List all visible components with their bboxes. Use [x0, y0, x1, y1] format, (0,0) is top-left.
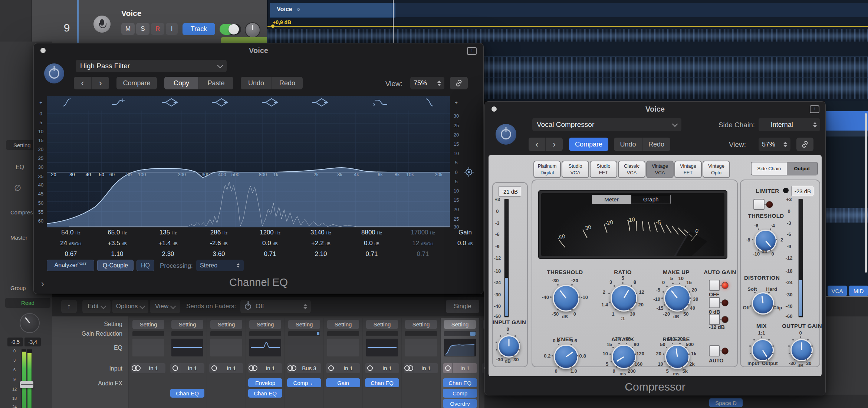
view-menu[interactable]: View [150, 300, 180, 313]
channel-input[interactable]: In 1 [443, 363, 477, 373]
plugin-power-button[interactable] [44, 63, 64, 83]
inspector-eq-label[interactable]: EQ [16, 164, 24, 171]
threshold-knob[interactable] [553, 285, 579, 312]
q-couple-button[interactable]: Q-Couple [97, 260, 134, 271]
makeup-knob[interactable] [664, 285, 691, 312]
open-separate-window-icon[interactable]: ↑ [810, 105, 819, 113]
channel-input[interactable]: In 1 [131, 363, 165, 373]
link-button[interactable] [450, 77, 468, 89]
audio-fx-slot[interactable]: Chan EQ [248, 389, 282, 398]
eq-thumbnail[interactable] [366, 339, 398, 356]
volume-readout[interactable]: -0,5 [7, 338, 23, 346]
track-name-button-mid[interactable]: MID [849, 286, 868, 296]
auto-gain-off-button[interactable] [709, 280, 720, 291]
edit-menu[interactable]: Edit [82, 300, 111, 313]
audio-fx-slot-space-designer[interactable]: Space D [709, 398, 743, 407]
analyzer-button[interactable]: AnalyzerPOST [47, 260, 94, 271]
prev-preset-button[interactable]: ‹ [74, 77, 91, 89]
record-enable-button[interactable]: R [151, 23, 164, 35]
track-pan-knob[interactable] [245, 22, 260, 38]
sends-on-faders-control[interactable]: Off [240, 300, 311, 313]
selected-region-band[interactable] [825, 111, 868, 131]
eq-graph[interactable]: 2030405060801002003004005008001k2k3k4k6k… [47, 96, 450, 227]
mix-knob[interactable] [752, 339, 774, 361]
volume-fader-cap[interactable] [20, 381, 33, 388]
undo-button[interactable]: Undo [241, 77, 272, 89]
channel-setting-button[interactable]: Setting [327, 320, 359, 329]
scrollbar[interactable] [865, 113, 867, 273]
preset-prev-next[interactable]: ‹ › [529, 138, 563, 151]
gain-target-handle[interactable] [464, 167, 474, 177]
model-vintage-vca-selected[interactable]: VintageVCA [646, 161, 674, 178]
channel-setting-button[interactable]: Setting [405, 320, 437, 329]
distortion-knob[interactable] [752, 292, 774, 315]
processing-dropdown[interactable]: Stereo [196, 260, 244, 271]
inspector-master-slot[interactable]: Master [10, 234, 27, 241]
inspector-group-slot[interactable]: Group [10, 285, 26, 291]
plugin-power-button[interactable] [496, 124, 516, 145]
eq-thumbnail[interactable] [171, 339, 203, 356]
channel-input[interactable]: In 1 [404, 363, 438, 373]
eq-thumbnail[interactable] [210, 339, 242, 356]
channel-input[interactable]: In 1 [170, 363, 204, 373]
auto-gain-0db-button[interactable] [709, 297, 720, 308]
model-platinum-digital[interactable]: PlatinumDigital [533, 161, 561, 178]
band-4[interactable]: 286 Hz -2.6 dB 3.60 [197, 229, 241, 258]
view-zoom-stepper[interactable]: 75% [410, 77, 444, 89]
paste-button[interactable]: Paste [199, 77, 233, 89]
compare-button[interactable]: Compare [116, 77, 157, 89]
power-icon[interactable] [245, 303, 251, 310]
eq-thumbnail[interactable] [444, 339, 476, 356]
next-preset-button[interactable]: › [546, 138, 563, 151]
auto-release-button[interactable] [709, 345, 720, 356]
automation-line[interactable] [267, 26, 868, 27]
hq-button[interactable]: HQ [137, 260, 154, 271]
model-vintage-fet[interactable]: VintageFET [674, 161, 702, 178]
audio-fx-slot[interactable]: Chan EQ [443, 378, 477, 387]
move-up-button[interactable]: ↑ [61, 300, 77, 313]
knee-knob[interactable] [554, 345, 578, 369]
audio-fx-slot[interactable]: Envelop [248, 378, 282, 387]
solo-button[interactable]: S [136, 23, 149, 35]
waveform-row-1[interactable] [483, 56, 868, 77]
output-gain-knob[interactable] [790, 339, 813, 361]
next-preset-button[interactable]: › [92, 77, 109, 89]
preset-dropdown[interactable]: Vocal Compressor [532, 118, 681, 131]
inspector-pan-knob[interactable] [20, 313, 40, 333]
band-7[interactable]: 8800 Hz 0.0 dB 0.71 [349, 229, 394, 258]
eq-thumbnail[interactable] [288, 339, 320, 356]
undo-redo-buttons[interactable]: Undo Redo [614, 138, 670, 151]
limiter-threshold-dial[interactable]: -10-8-6-4-20 [742, 217, 787, 262]
channel-setting-button[interactable]: Setting [444, 320, 476, 329]
track-icon[interactable] [93, 16, 111, 33]
channel-input[interactable]: In 1 [326, 363, 360, 373]
peak-readout[interactable]: -3,4 [24, 338, 41, 346]
audio-fx-slot[interactable]: Chan EQ [365, 378, 399, 387]
prev-preset-button[interactable]: ‹ [529, 138, 545, 151]
side-chain-selector[interactable]: Internal [759, 118, 820, 131]
model-classic-vca[interactable]: ClassicVCA [618, 161, 645, 178]
audio-fx-slot[interactable]: Comp ← [287, 378, 321, 387]
redo-button[interactable]: Redo [272, 77, 303, 89]
sidechain-output-toggle[interactable]: Side Chain Output [751, 162, 818, 175]
toggle-output-selected[interactable]: Output [787, 162, 817, 175]
channel-setting-button[interactable]: Setting [288, 320, 320, 329]
compare-button-active[interactable]: Compare [569, 138, 608, 151]
view-zoom-stepper[interactable]: 57% [759, 138, 790, 151]
open-separate-window-icon[interactable]: ↑ [467, 47, 477, 55]
waveform-lane[interactable] [267, 29, 868, 43]
model-vintage-opto[interactable]: VintageOpto [703, 161, 730, 178]
waveform-row-2[interactable] [483, 77, 868, 99]
channel-setting-button[interactable]: Setting [132, 320, 164, 329]
master-gain-column[interactable]: Gain 0.0 dB [448, 229, 482, 247]
channel-input[interactable]: In 1 [209, 363, 243, 373]
channel-setting-button[interactable]: Setting [171, 320, 203, 329]
mix-dial[interactable]: Input1:1Output [739, 327, 784, 371]
track-name[interactable]: Voice [121, 9, 141, 18]
link-button[interactable] [796, 138, 813, 151]
automation-mode-button[interactable]: Read [5, 298, 50, 308]
single-view-button[interactable]: Single [446, 300, 479, 313]
toggle-side-chain[interactable]: Side Chain [752, 162, 787, 175]
audio-fx-slot[interactable]: Chan EQ [170, 389, 204, 398]
gain-reduction-analyzer-icon[interactable] [470, 332, 476, 336]
